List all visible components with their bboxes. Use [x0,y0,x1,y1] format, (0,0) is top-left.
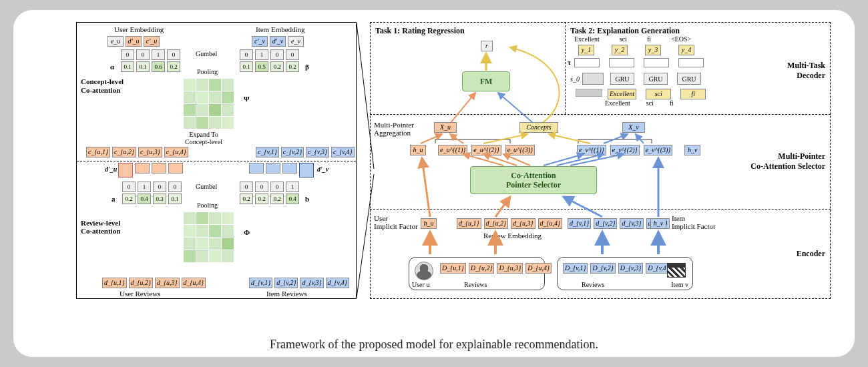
alpha-onehot: 0 0 1 0 [121,49,180,60]
decoder-start-bars [576,89,602,97]
beta-symbol: β [305,63,309,71]
dpv-label-bottom: d'_v [317,165,329,173]
decoder-in-tokens: Excellent sci fi [608,89,706,99]
decoder-side-title: Multi-Task Decoder [787,61,825,81]
dpu-token: d'_u [126,36,142,47]
review-level-half: Review-level Co-attention d'_u d'_v 0 1 … [77,161,356,299]
dpv-token: d'_v [270,36,286,47]
svg-line-9 [483,134,527,143]
pooling-label-bottom: Pooling [197,202,218,209]
user-icon [415,262,433,280]
task1-arrows [370,22,570,122]
eu-token: e_u [107,36,124,47]
beta-onehot: 0 1 0 0 [240,49,299,60]
selector-side-title: Multi-Pointer Co-Attention Selector [750,151,825,171]
gru-1: GRU [610,73,634,85]
clapperboard-icon [667,263,686,278]
dv-tokens: d_{v,1} d_{v,2} d_{v,3} d_{v,4} [249,278,349,288]
tau-symbol: τ [568,58,571,66]
user-input-box: D_{u,1} D_{u,2} D_{u,3} D_{u,4} User u R… [409,257,545,290]
task2-title: Task 2: Explanation Generation [570,26,680,36]
beta-values: 0.1 0.5 0.2 0.2 [240,61,299,72]
Dv-tokens: D_{v,1} D_{v,2} D_{v,3} D_{v,4} [563,263,671,274]
psi-symbol: Ψ [244,95,250,103]
gumbel-label-bottom: Gumbel [196,183,217,190]
dpu-label-bottom: d'_u [105,165,117,173]
decoder-out-labels: Excellent sci fi <EOS> [574,35,691,43]
ev-token: e_v [288,36,304,47]
du-tokens: d_{u,1} d_{u,2} d_{u,3} d_{u,4} [102,278,206,288]
svg-line-10 [549,134,590,143]
encoder-side-title: Encoder [797,249,825,259]
cpv-token: c'_v [252,36,268,47]
cu-tokens: c_{u,1} c_{u,2} c_{u,3} c_{u,4} [86,147,188,157]
svg-line-23 [564,197,602,217]
psi-matrix [184,79,234,129]
b-onehot: 0 0 0 1 [240,181,299,192]
svg-line-8 [604,134,628,143]
a-values: 0.2 0.4 0.3 0.1 [122,194,182,204]
item-reviews-label: Item Reviews [266,290,307,298]
figure-caption: Framework of the proposed model for expl… [13,338,855,352]
user-reviews-label: User Reviews [120,290,160,298]
user-prime-squares [118,163,183,177]
s0-label: s_0 [570,75,580,83]
svg-line-22 [495,197,510,217]
left-coattention-panel: Concept-level Co-attention User Embeddin… [76,22,357,299]
concept-level-half: Concept-level Co-attention User Embeddin… [77,23,356,161]
s0-box [582,73,604,85]
svg-line-6 [450,134,463,143]
cpu-token: c'_u [144,36,160,47]
gumbel-label-top: Gumbel [196,50,217,57]
pooling-label-top: Pooling [197,68,218,75]
item-embedding-label: Item Embedding [256,25,305,33]
item-input-box: D_{v,1} D_{v,2} D_{v,3} D_{v,4} Reviews … [557,257,693,290]
alpha-values: 0.1 0.1 0.6 0.2 [121,61,180,72]
Du-tokens: D_{u,1} D_{u,2} D_{u,3} D_{u,4} [440,263,552,274]
y-tokens: y_1 y_2 y_3 y_4 [578,45,694,55]
user-embedding-label: User Embedding [114,25,164,33]
phi-symbol: Φ [244,228,250,236]
user-reviews-word: Reviews [464,281,487,288]
item-prime-squares [249,163,314,177]
expand-label: Expand To Concept-level [185,131,222,145]
user-embedding-tokens: e_u d'_u c'_u [107,36,160,47]
svg-line-21 [422,158,430,217]
b-values: 0.2 0.2 0.2 0.4 [240,194,299,204]
right-framework: Task 1: Rating Regression Task 2: Explan… [370,22,831,299]
cv-tokens: c_{v,1} c_{v,2} c_{v,3} c_{v,4} [256,147,355,157]
concept-level-title: Concept-level Co-attention [81,77,124,94]
gru-3: GRU [677,73,701,85]
svg-line-7 [636,134,644,143]
phi-matrix [184,212,234,262]
user-u-label: User u [412,281,429,288]
a-onehot: 0 1 0 0 [122,181,182,192]
decoder-in-labels: Excellent sci fi [605,99,674,107]
encoder-to-selector-arrows [370,155,717,219]
a-symbol: a [112,195,116,203]
diagram-container: Concept-level Co-attention User Embeddin… [29,22,839,330]
item-v-label: Item v [671,281,688,288]
figure-card: Concept-level Co-attention User Embeddin… [13,10,855,357]
svg-line-5 [421,134,442,143]
gru-2: GRU [644,73,668,85]
alpha-symbol: α [110,63,114,71]
item-reviews-word: Reviews [582,281,604,288]
b-symbol: b [305,195,309,203]
decoder-mlps [574,58,704,67]
review-level-title: Review-level Co-attention [81,219,120,236]
item-embedding-tokens: c'_v d'_v e_v [252,36,304,47]
